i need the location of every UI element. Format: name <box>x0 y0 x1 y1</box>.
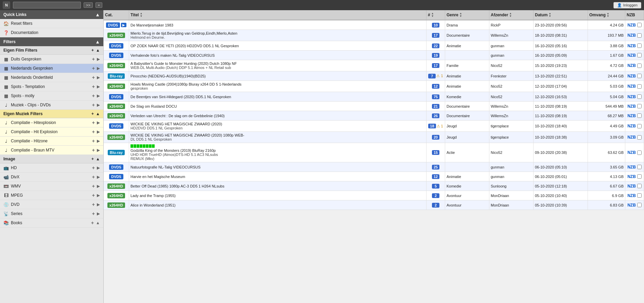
title-text[interactable]: Verhalende foto's maken NL-Talig VIDEOCU… <box>130 53 215 57</box>
nzb-link[interactable]: NZB <box>627 203 636 208</box>
category-badge[interactable]: DVD5 <box>109 174 123 179</box>
mpeg-arrow[interactable]: ▶ <box>97 193 100 198</box>
add-button[interactable]: + <box>95 2 102 8</box>
row-checkbox[interactable] <box>637 33 642 38</box>
music-filters-arrow[interactable]: ▲ <box>96 111 100 116</box>
hd-arrow[interactable]: ▶ <box>97 165 100 170</box>
hitzone-arrow[interactable]: ▶ <box>97 139 100 143</box>
nzb-link[interactable]: NZB <box>627 104 636 109</box>
afzender-sort-icon[interactable]: ▲▼ <box>509 12 512 18</box>
login-button[interactable]: 👤 Inloggen <box>613 2 641 8</box>
title-text[interactable]: De Mannetjesmaker 1983 <box>130 23 173 27</box>
title-text[interactable]: De Slag om Rusland DOCU <box>130 104 177 108</box>
film-filters-arrow[interactable]: ▲ <box>96 48 100 53</box>
th-datum[interactable]: Datum ▲▼ <box>534 10 588 20</box>
nl-ondertiteld-arrow[interactable]: ▶ <box>97 75 100 80</box>
hd-plus[interactable]: + <box>92 165 95 171</box>
title-text[interactable]: A Babysitter's Guide to Monster Hunting … <box>130 61 237 66</box>
sidebar-item-spots-molly[interactable]: Spots - molly + ▶ <box>0 91 103 101</box>
title-text[interactable]: Godzilla King of the Monsters (2019) Blu… <box>130 148 216 153</box>
muziek-arrow[interactable]: ▶ <box>97 103 100 107</box>
category-badge[interactable]: x264HD <box>107 202 125 208</box>
nzb-link[interactable]: NZB <box>627 174 636 179</box>
braun-mtv-arrow[interactable]: ▶ <box>97 148 100 153</box>
nzb-link[interactable]: NZB <box>627 150 636 155</box>
hitexplosion-arrow[interactable]: ▶ <box>97 120 100 125</box>
sidebar-item-duits-gesproken[interactable]: Duits Gesproken + ▶ <box>0 55 103 64</box>
nzb-link[interactable]: NZB <box>627 193 636 198</box>
sidebar-item-books[interactable]: Books + ▲ <box>0 218 103 228</box>
hit-explosion-plus[interactable]: + <box>92 129 95 135</box>
sidebar-item-spots-temptation[interactable]: Spots - Temptation + ▶ <box>0 82 103 91</box>
nzb-link[interactable]: NZB <box>627 53 636 58</box>
film-filters-plus[interactable]: + <box>91 48 94 53</box>
search-input[interactable] <box>13 2 81 8</box>
row-checkbox[interactable] <box>637 174 642 179</box>
title-text[interactable]: Alice in Wonderland (1951) <box>130 203 175 207</box>
sidebar-item-hd[interactable]: HD + ▶ <box>0 163 103 173</box>
category-badge[interactable]: x264HD <box>107 183 125 189</box>
dvd-plus[interactable]: + <box>92 202 95 207</box>
row-checkbox[interactable] <box>637 84 642 89</box>
row-checkbox[interactable] <box>637 53 642 57</box>
nzb-link[interactable]: NZB <box>627 74 636 78</box>
quicklinks-chevron[interactable]: ▲ <box>95 12 100 17</box>
title-text[interactable]: De Beentjes van Sint-Hildegard (2020) DD… <box>130 95 231 99</box>
sidebar-item-reset-filters[interactable]: Reset filters <box>0 19 103 28</box>
omvang-sort-icon[interactable]: ▲▼ <box>607 12 609 18</box>
category-badge[interactable]: DVD5 <box>106 22 120 28</box>
sidebar-item-mpeg[interactable]: MPEG + ▶ <box>0 191 103 200</box>
sidebar-item-series[interactable]: Series + ▶ <box>0 209 103 218</box>
genre-sort-icon[interactable]: ▲▼ <box>459 12 462 18</box>
category-badge[interactable]: x264HD <box>107 33 125 38</box>
filters-chevron[interactable]: ▲ <box>95 39 100 44</box>
divx-arrow[interactable]: ▶ <box>97 175 100 179</box>
sidebar-item-nederlands-gesproken[interactable]: Nederlands Gesproken + ▶ <box>0 64 103 73</box>
nzb-link[interactable]: NZB <box>627 124 636 128</box>
category-badge[interactable]: Blu-ray <box>108 150 125 155</box>
sidebar-item-muziek-clips-dvds[interactable]: Muziek - Clips - DVDs + ▶ <box>0 101 103 110</box>
th-afzender[interactable]: Afzender ▲▼ <box>489 10 534 20</box>
books-arrow[interactable]: ▲ <box>96 220 100 225</box>
nzb-link[interactable]: NZB <box>627 165 636 170</box>
row-checkbox[interactable] <box>637 64 642 68</box>
category-badge[interactable]: DVD5 <box>109 43 123 49</box>
category-badge[interactable]: x264HD <box>107 104 125 109</box>
row-checkbox[interactable] <box>637 124 642 128</box>
title-text[interactable]: WICKIE DE VIKING HET MAGISCHE ZWAARD (20… <box>130 133 244 137</box>
category-badge[interactable]: x264HD <box>107 63 125 68</box>
sidebar-item-compilatie-hitzone[interactable]: Compilatie - Hitzone + ▶ <box>0 137 103 146</box>
row-checkbox[interactable] <box>637 113 642 118</box>
series-arrow[interactable]: ▶ <box>97 211 100 216</box>
row-checkbox[interactable] <box>637 203 642 207</box>
hitexplosion-plus[interactable]: + <box>92 120 95 125</box>
title-text[interactable]: Natuurfotografie NL-Talig VIDEOCURSUS <box>130 165 201 169</box>
wmv-arrow[interactable]: ▶ <box>97 184 100 189</box>
title-text[interactable]: Verleden van Utrecht : De slag om de Gre… <box>130 114 225 118</box>
title-text[interactable]: Mierlo.Terug in de tijd.Bevrijding van G… <box>130 31 237 35</box>
category-badge[interactable]: x264HD <box>107 193 125 198</box>
duits-arrow[interactable]: ▶ <box>97 57 100 61</box>
row-checkbox[interactable] <box>637 74 642 78</box>
hitzone-plus[interactable]: + <box>92 138 95 144</box>
category-badge[interactable]: DVD5 <box>109 164 123 170</box>
title-text[interactable]: OP ZOEK NAAR DE YETI (2020) HD2DVD DD5.1… <box>130 44 239 48</box>
image-plus[interactable]: + <box>91 157 94 161</box>
title-text[interactable]: WICKIE DE VIKING HET MAGISCHE ZWAARD (20… <box>130 122 222 126</box>
image-arrow[interactable]: ▲ <box>96 157 100 161</box>
hit-explosion-arrow[interactable]: ▶ <box>97 129 100 134</box>
nzb-link[interactable]: NZB <box>627 43 636 48</box>
category-badge[interactable]: DVD5 <box>109 94 123 100</box>
th-omvang[interactable]: Omvang ▲▼ <box>588 10 625 20</box>
duits-plus[interactable]: + <box>92 56 95 62</box>
th-count[interactable]: # ▲▼ <box>427 10 445 20</box>
braun-mtv-plus[interactable]: + <box>92 147 95 153</box>
title-text[interactable]: Pinocchio (NEDENG-AUDSUB)(1940)(BD25) <box>130 74 206 78</box>
category-badge[interactable]: DVD5 <box>109 53 123 58</box>
music-filters-plus[interactable]: + <box>91 111 94 116</box>
category-badge[interactable]: Blu-ray <box>108 73 125 79</box>
row-checkbox[interactable] <box>637 94 642 99</box>
sidebar-item-dvd[interactable]: DVD + ▶ <box>0 200 103 209</box>
nzb-link[interactable]: NZB <box>627 33 636 38</box>
nl-gesproken-arrow[interactable]: ▶ <box>97 66 100 71</box>
